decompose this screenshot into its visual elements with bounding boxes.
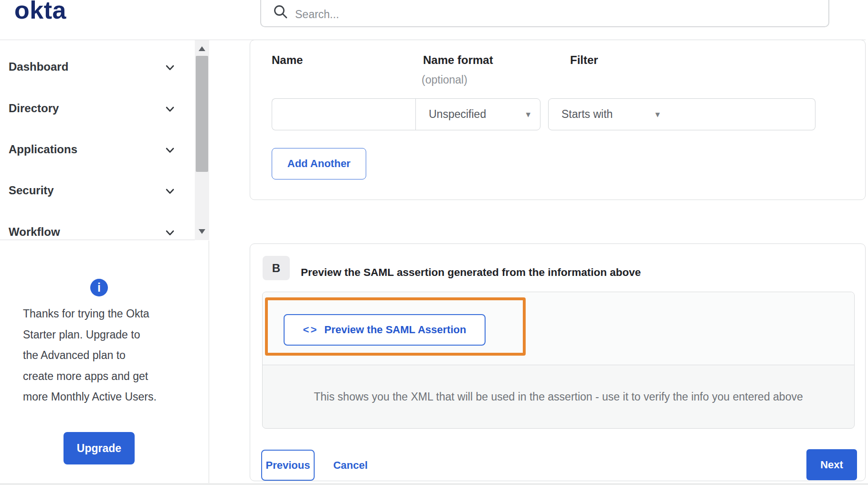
sidebar-item-label: Applications [9,143,77,156]
chevron-down-icon [166,105,174,114]
sidebar-scrollbar[interactable] [195,40,209,240]
sidebar-item-applications[interactable]: Applications [0,129,195,170]
window-bottom-edge [0,483,868,485]
filter-column-label: Filter [570,53,598,67]
sidebar-item-security[interactable]: Security [0,170,195,211]
upgrade-message: Thanks for trying the Okta Starter plan.… [23,304,180,408]
upgrade-message-line: Starter plan. Upgrade to [23,325,180,346]
upgrade-message-line: more Monthly Active Users. [23,387,180,408]
upgrade-message-line: Thanks for trying the Okta [23,304,180,325]
scroll-up-arrow-icon[interactable] [199,46,205,51]
cancel-button[interactable]: Cancel [322,450,379,481]
next-button[interactable]: Next [806,449,857,480]
sidebar-item-label: Directory [9,102,59,115]
preview-button-area: <> Preview the SAML Assertion [263,292,854,365]
info-icon: i [90,279,108,296]
add-another-button[interactable]: Add Another [272,148,366,179]
filter-operator-value: Starts with [561,108,613,121]
filter-value-field [669,98,815,130]
scrollbar-thumb[interactable] [196,56,208,172]
dropdown-caret-icon: ▾ [526,108,530,119]
preview-hint-text: This shows you the XML that will be used… [263,365,854,429]
preview-panel: <> Preview the SAML Assertion This shows… [262,292,855,429]
sidebar-item-dashboard[interactable]: Dashboard [0,46,195,87]
attribute-name-field [272,98,416,130]
okta-logo[interactable]: okta [14,0,66,24]
name-format-optional-label: (optional) [422,74,467,86]
preview-button-label: Preview the SAML Assertion [324,324,466,336]
saml-preview-card: B Preview the SAML assertion generated f… [250,243,866,481]
chevron-down-icon [166,64,174,73]
step-b-badge: B [263,256,290,280]
attribute-name-input[interactable] [272,99,416,130]
upgrade-message-line: create more apps and get [23,366,180,387]
dropdown-caret-icon: ▾ [655,108,660,119]
section-b-title: Preview the SAML assertion generated fro… [301,266,641,279]
upgrade-panel: i Thanks for trying the Okta Starter pla… [0,241,209,485]
name-format-value: Unspecified [429,108,486,121]
preview-saml-assertion-button[interactable]: <> Preview the SAML Assertion [284,314,486,346]
chevron-down-icon [166,147,174,155]
search-input[interactable] [294,8,772,21]
upgrade-message-line: the Advanced plan to [23,345,180,366]
attribute-statements-card: Name Name format (optional) Filter Unspe… [250,40,866,200]
sidebar-item-label: Workflow [9,225,60,239]
previous-button[interactable]: Previous [261,450,315,481]
upgrade-button[interactable]: Upgrade [64,432,135,464]
global-search [260,0,829,27]
code-icon: <> [303,324,318,336]
sidebar-item-label: Dashboard [9,60,68,74]
sidebar-item-directory[interactable]: Directory [0,88,195,129]
scroll-down-arrow-icon[interactable] [199,229,205,234]
filter-operator-dropdown[interactable]: Starts with ▾ [548,98,670,130]
sidebar-item-label: Security [9,184,54,197]
search-icon [273,4,288,21]
chevron-down-icon [166,188,174,196]
name-format-dropdown[interactable]: Unspecified ▾ [415,98,540,130]
name-format-column-label: Name format [423,53,493,67]
filter-value-input[interactable] [669,99,815,130]
chevron-down-icon [166,229,174,238]
name-column-label: Name [272,53,303,67]
sidebar-nav: Dashboard Directory Applications Securit… [0,40,209,240]
